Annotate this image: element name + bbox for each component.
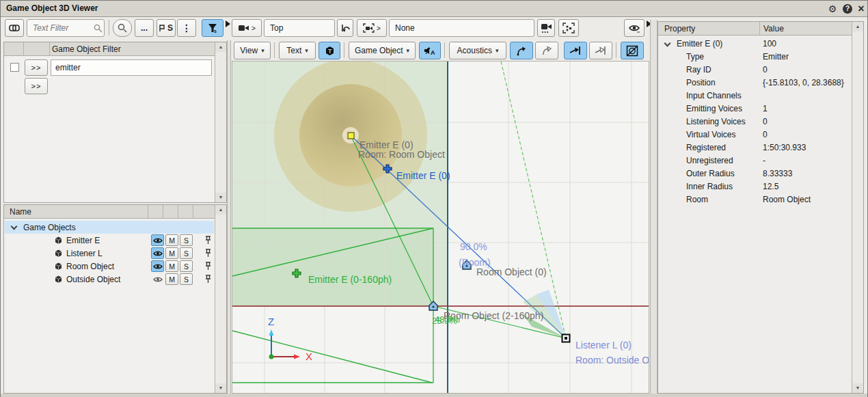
listener-view-field[interactable]: None [389, 19, 534, 37]
pin-icon[interactable] [204, 236, 212, 245]
property-row[interactable]: Type Emitter [659, 51, 852, 64]
chevron-down-icon[interactable] [11, 223, 18, 230]
tree-item-room-object[interactable]: Room Object M S [5, 260, 214, 273]
right-splitter[interactable] [650, 20, 657, 394]
property-panel-header: Property Value [658, 22, 863, 36]
pin-icon[interactable] [204, 275, 212, 284]
text-dropdown[interactable]: Text ▾ [279, 42, 316, 59]
filter-row-checkbox[interactable] [10, 63, 19, 72]
property-row[interactable]: Listening Voices 0 [659, 115, 852, 128]
display-options-button[interactable] [624, 19, 645, 37]
toolbar-separator [274, 42, 275, 58]
show-reflection-paths-button[interactable] [535, 42, 558, 59]
tree-item-outside-object[interactable]: Outside Object M S [5, 273, 214, 286]
show-text-button[interactable]: T [318, 42, 340, 59]
scroll-up-arrow[interactable]: ▲ [215, 42, 226, 52]
property-row[interactable]: Registered 1:50:30.933 [659, 141, 852, 154]
left-splitter-collapse-arrow[interactable] [226, 20, 230, 27]
property-row[interactable]: Inner Radius 12.5 [659, 180, 852, 193]
apply-filter-button[interactable]: >> [25, 59, 48, 76]
property-row[interactable]: Ray ID 0 [659, 64, 852, 77]
scroll-up-arrow[interactable]: ▲ [215, 205, 226, 215]
show-geometry-button[interactable] [621, 42, 644, 59]
link-button[interactable] [5, 19, 24, 37]
mute-labels-button[interactable]: A [419, 42, 441, 59]
tree-item-emitter-e[interactable]: Emitter E M S [5, 234, 214, 247]
tree-item-listener-l[interactable]: Listener L M S [5, 247, 214, 260]
scroll-down-arrow[interactable]: ▼ [215, 193, 226, 202]
view-dropdown-label: View [240, 46, 258, 55]
visibility-eye-button[interactable] [151, 234, 164, 246]
acoustics-dropdown[interactable]: Acoustics ▾ [449, 42, 506, 59]
emitter-marker[interactable] [348, 133, 354, 139]
property-panel: Property Value Emitter E (0) 100 Type Em… [657, 21, 864, 394]
left-splitter[interactable] [227, 40, 231, 394]
property-row[interactable]: Outer Radius 8.33333 [659, 167, 852, 180]
mute-button[interactable]: M [165, 247, 178, 259]
more-options-button[interactable]: ... [135, 19, 154, 37]
show-transmission-paths-button[interactable] [589, 42, 612, 59]
property-row[interactable]: Position {-15.8103, 0, 28.3688} [659, 77, 852, 90]
reset-camera-button[interactable] [337, 19, 353, 37]
cube-diagonal-icon [626, 45, 638, 57]
soloed-objects-button[interactable]: S [157, 19, 176, 37]
visibility-eye-button[interactable] [151, 260, 164, 272]
solo-button[interactable]: S [180, 234, 193, 246]
property-row[interactable]: Input Channels [659, 90, 852, 102]
solo-button[interactable]: S [180, 260, 193, 272]
view-dropdown[interactable]: View ▾ [234, 42, 271, 59]
solo-button[interactable]: S [180, 273, 193, 285]
frame-selection-button[interactable] [558, 19, 579, 37]
filter-button[interactable]: s [202, 19, 223, 37]
filter-panel-scrollbar[interactable]: ▲ ▼ [215, 42, 226, 202]
property-value: 0 [763, 65, 768, 74]
eye-icon [628, 23, 640, 33]
game-object-3d-viewer-window: Game Object 3D Viewer ⚙ ? × ... [0, 0, 868, 397]
visibility-eye-button[interactable] [151, 273, 164, 285]
chevron-down-icon[interactable] [664, 40, 671, 47]
search-button[interactable] [113, 19, 132, 37]
help-icon[interactable]: ? [843, 4, 852, 14]
property-row[interactable]: Room Room Object [659, 193, 852, 206]
3d-viewport[interactable]: Z X Emitter E (0) Room: Room Object Emit… [232, 61, 649, 394]
show-diffraction-paths-button[interactable] [564, 42, 587, 59]
tree-root-game-objects[interactable]: Game Objects [5, 221, 214, 234]
solo-button[interactable]: S [180, 247, 193, 259]
camera-view-field[interactable]: Top [264, 19, 335, 37]
camera-mode-button[interactable]: > [232, 19, 262, 37]
scroll-down-arrow[interactable]: ▼ [215, 383, 226, 393]
menu-button[interactable]: ⋮ [177, 19, 196, 37]
listener-marker[interactable] [562, 335, 570, 342]
svg-text:s: s [214, 29, 217, 33]
scroll-down-arrow[interactable]: ▼ [852, 383, 863, 393]
frame-objects-icon [562, 23, 575, 33]
close-icon[interactable]: × [855, 3, 867, 15]
tree-panel-scrollbar[interactable]: ▲ ▼ [215, 205, 226, 393]
listener-camera-button[interactable]: > [357, 19, 387, 37]
mute-button[interactable]: M [165, 234, 178, 246]
settings-gear-icon[interactable]: ⚙ [826, 3, 839, 15]
text-filter-input[interactable] [27, 19, 105, 37]
game-object-dropdown[interactable]: Game Object ▾ [349, 42, 416, 59]
add-filter-button[interactable]: >> [25, 78, 48, 94]
game-object-filter-input[interactable] [51, 59, 212, 76]
property-value: 1 [763, 104, 768, 113]
scroll-up-arrow[interactable]: ▲ [852, 22, 863, 31]
column-divider[interactable] [759, 22, 760, 36]
property-group-row[interactable]: Emitter E (0) 100 [659, 38, 852, 51]
property-row[interactable]: Emitting Voices 1 [659, 102, 852, 115]
ellipsis-icon: ... [141, 23, 148, 33]
mute-button[interactable]: M [165, 260, 178, 272]
double-chevron-label: >> [31, 64, 42, 72]
listener-room-label: Room: Outside Object [575, 355, 649, 366]
mute-button[interactable]: M [165, 273, 178, 285]
show-emitter-paths-button[interactable] [510, 42, 533, 59]
property-panel-scrollbar[interactable]: ▲ ▼ [852, 22, 863, 393]
property-row[interactable]: Unregistered - [659, 154, 852, 167]
pin-icon[interactable] [204, 249, 212, 258]
visibility-eye-button[interactable] [151, 247, 164, 259]
camera-options-button[interactable] [537, 19, 555, 37]
search-icon [94, 24, 103, 33]
property-row[interactable]: Virtual Voices 0 [659, 128, 852, 141]
pin-icon[interactable] [204, 262, 212, 271]
